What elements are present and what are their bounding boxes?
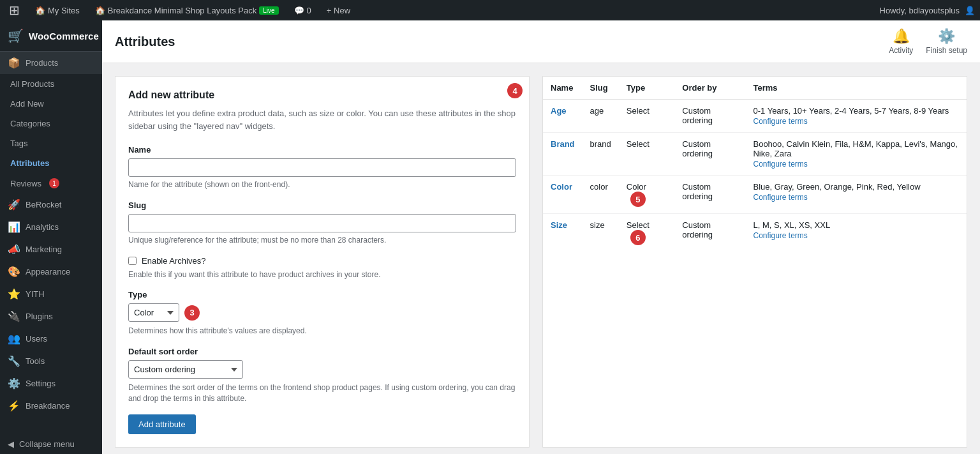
live-badge: Live [259, 6, 278, 15]
comment-icon: 💬 [294, 6, 304, 15]
add-attribute-form: 4 Add new attribute Attributes let you d… [115, 76, 530, 448]
table-row: Color color Color 5 Custom ordering Blue… [543, 176, 967, 214]
marketing-icon: 📣 [8, 243, 20, 255]
products-icon: 📦 [8, 57, 20, 69]
name-label: Name [128, 145, 516, 155]
slug-input[interactable] [128, 214, 516, 232]
sort-order-hint: Determines the sort order of the terms o… [128, 382, 516, 404]
berocket-icon: 🚀 [8, 199, 20, 211]
enable-archives-group: Enable Archives? Enable this if you want… [128, 256, 516, 280]
table-row: Size size Select 6 Custom ordering L, M,… [543, 214, 967, 252]
configure-terms-link[interactable]: Configure terms [753, 117, 959, 126]
yith-icon: ⭐ [8, 288, 20, 300]
analytics-icon: 📊 [8, 221, 20, 233]
sort-order-field-group: Default sort order Custom ordering Name … [128, 347, 516, 404]
sort-order-select[interactable]: Custom ordering Name Name (numeric) Term… [128, 360, 243, 379]
site-icon: 🏠 [95, 6, 105, 15]
wp-logo-icon[interactable]: ⊞ [5, 3, 24, 18]
activity-icon: 🔔 [893, 28, 910, 45]
home-icon: 🏠 [35, 6, 45, 15]
slug-hint: Unique slug/reference for the attribute;… [128, 235, 516, 246]
sidebar-item-users[interactable]: 👥 Users [0, 328, 102, 350]
type-hint: Determines how this attribute's values a… [128, 326, 516, 337]
sidebar-item-breakdance[interactable]: ⚡ Breakdance [0, 395, 102, 417]
site-name-link[interactable]: 🏠 Breakdance Minimal Shop Layouts Pack L… [91, 6, 283, 15]
finish-setup-button[interactable]: ⚙️ Finish setup [926, 28, 967, 55]
user-greeting: Howdy, bdlayoutsplus [880, 6, 960, 15]
sidebar-item-attributes[interactable]: Attributes [0, 153, 102, 173]
attr-order-cell: Custom ordering [674, 176, 745, 214]
add-attribute-button[interactable]: Add attribute [128, 414, 196, 434]
attr-name-link[interactable]: Brand [551, 139, 575, 149]
user-avatar: 👤 [965, 6, 975, 15]
attr-slug-cell: brand [583, 133, 619, 176]
sidebar-item-tools[interactable]: 🔧 Tools [0, 350, 102, 372]
configure-terms-link[interactable]: Configure terms [753, 160, 959, 169]
breakdance-icon: ⚡ [8, 400, 20, 412]
badge-3: 3 [184, 305, 200, 321]
activity-button[interactable]: 🔔 Activity [889, 28, 913, 55]
users-icon: 👥 [8, 333, 20, 345]
attr-name-link[interactable]: Color [551, 182, 572, 192]
attr-name-link[interactable]: Age [551, 106, 567, 116]
finish-setup-icon: ⚙️ [938, 28, 955, 45]
sidebar-item-reviews[interactable]: Reviews 1 [0, 173, 102, 193]
sidebar-item-plugins[interactable]: 🔌 Plugins [0, 305, 102, 328]
new-content-link[interactable]: + New [323, 6, 354, 15]
attributes-table-panel: Name Slug Type Order by Terms Age [542, 76, 967, 448]
attr-order-cell: Custom ordering [674, 214, 745, 252]
main-content: Attributes 🔔 Activity ⚙️ Finish setup 4 … [102, 20, 980, 454]
comments-link[interactable]: 💬 0 [290, 6, 315, 15]
name-input[interactable] [128, 158, 516, 177]
attr-name-cell: Brand [543, 133, 583, 176]
sidebar: 🛒 WooCommerce 📦 Products All Products Ad… [0, 20, 102, 454]
slug-field-group: Slug Unique slug/reference for the attri… [128, 201, 516, 246]
reviews-badge: 1 [49, 178, 59, 188]
name-field-group: Name Name for the attribute (shown on th… [128, 145, 516, 190]
type-select[interactable]: Select Color Text [128, 303, 179, 322]
page-title: Attributes [115, 34, 175, 49]
enable-archives-hint: Enable this if you want this attribute t… [128, 269, 516, 280]
sidebar-brand[interactable]: 🛒 WooCommerce [0, 20, 102, 52]
attr-name-cell: Color [543, 176, 583, 214]
content-area: 4 Add new attribute Attributes let you d… [102, 63, 980, 454]
badge-4: 4 [507, 83, 523, 98]
configure-terms-link[interactable]: Configure terms [753, 193, 959, 202]
col-terms: Terms [745, 77, 967, 100]
type-field-group: Type Select Color Text 3 Determines how … [128, 290, 516, 337]
col-type: Type [619, 77, 675, 100]
attr-type-cell: Select [619, 133, 675, 176]
attr-slug-cell: color [583, 176, 619, 214]
top-bar: ⊞ 🏠 My Sites 🏠 Breakdance Minimal Shop L… [0, 0, 980, 20]
sidebar-item-analytics[interactable]: 📊 Analytics [0, 216, 102, 238]
attr-name-link[interactable]: Size [551, 220, 567, 230]
sidebar-item-appearance[interactable]: 🎨 Appearance [0, 261, 102, 283]
sidebar-item-add-new[interactable]: Add New [0, 94, 102, 114]
attr-name-cell: Size [543, 214, 583, 252]
type-label: Type [128, 290, 516, 299]
sidebar-item-all-products[interactable]: All Products [0, 74, 102, 94]
configure-terms-link[interactable]: Configure terms [753, 231, 959, 240]
layout: 🛒 WooCommerce 📦 Products All Products Ad… [0, 20, 980, 454]
sidebar-item-yith[interactable]: ⭐ YITH [0, 283, 102, 305]
sidebar-item-berocket[interactable]: 🚀 BeRocket [0, 193, 102, 216]
attr-slug-cell: age [583, 100, 619, 133]
my-sites-link[interactable]: 🏠 My Sites [31, 6, 84, 15]
attr-type-cell: Select [619, 100, 675, 133]
woocommerce-icon: 🛒 [8, 28, 24, 43]
table-header-row: Name Slug Type Order by Terms [543, 77, 967, 100]
sidebar-item-categories[interactable]: Categories [0, 114, 102, 133]
sidebar-item-settings[interactable]: ⚙️ Settings [0, 372, 102, 395]
sidebar-item-products-parent[interactable]: 📦 Products [0, 52, 102, 74]
attr-terms-cell: L, M, S, XL, XS, XXL Configure terms [745, 214, 967, 252]
slug-label: Slug [128, 201, 516, 210]
page-header: Attributes 🔔 Activity ⚙️ Finish setup [102, 20, 980, 63]
sidebar-item-marketing[interactable]: 📣 Marketing [0, 238, 102, 261]
sidebar-item-tags[interactable]: Tags [0, 133, 102, 153]
collapse-icon: ◀ [8, 439, 14, 449]
collapse-menu-button[interactable]: ◀ Collapse menu [0, 434, 102, 454]
attr-type-cell: Select 6 [619, 214, 675, 252]
form-description: Attributes let you define extra product … [128, 107, 516, 132]
enable-archives-checkbox[interactable] [128, 257, 137, 265]
attr-slug-cell: size [583, 214, 619, 252]
